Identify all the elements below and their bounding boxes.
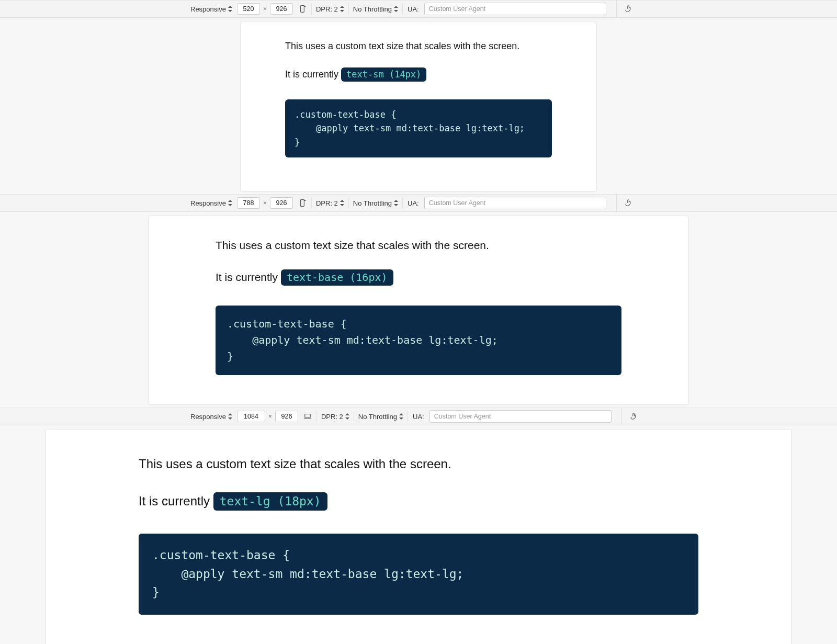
chevron-updown-icon: [340, 200, 344, 206]
toolbar-separator: [354, 411, 354, 422]
dpr-select[interactable]: DPR: 2: [319, 413, 352, 421]
intro-text: This uses a custom text size that scales…: [285, 41, 552, 52]
code-block: .custom-text-base { @apply text-sm md:te…: [139, 534, 698, 615]
viewport-width-input[interactable]: [237, 3, 260, 15]
current-size-prefix: It is currently: [285, 69, 341, 80]
dpr-label: DPR: 2: [321, 413, 343, 421]
dimension-separator: ×: [268, 413, 272, 420]
viewport-width-input[interactable]: [237, 411, 265, 422]
device-mode-select[interactable]: Responsive: [188, 199, 234, 207]
devtools-toolbar: Responsive × DPR: 2 No Throttling UA:: [0, 194, 837, 212]
devtools-toolbar: Responsive × DPR: 2 No Throttling UA:: [0, 0, 837, 18]
page-preview: This uses a custom text size that scales…: [241, 22, 596, 191]
toolbar-separator: [348, 3, 349, 15]
page-preview: This uses a custom text size that scales…: [46, 430, 791, 644]
phone-rotate-icon: [298, 4, 307, 14]
dpr-label: DPR: 2: [316, 199, 338, 207]
toolbar-separator: [348, 197, 349, 209]
current-size-prefix: It is currently: [216, 271, 281, 283]
chevron-updown-icon: [394, 200, 398, 206]
user-agent-input[interactable]: [424, 3, 606, 15]
throttling-label: No Throttling: [353, 199, 392, 207]
user-agent-input[interactable]: [429, 410, 612, 423]
size-badge: text-lg (18px): [213, 492, 327, 511]
toolbar-separator: [311, 3, 312, 15]
code-block: .custom-text-base { @apply text-sm md:te…: [216, 306, 621, 375]
chevron-updown-icon: [228, 200, 232, 206]
viewport-width-input[interactable]: [237, 197, 260, 209]
current-size-prefix: It is currently: [139, 494, 213, 508]
toolbar-separator: [616, 194, 617, 212]
dpr-select[interactable]: DPR: 2: [314, 5, 346, 13]
chevron-updown-icon: [340, 6, 344, 12]
rotate-device-button[interactable]: [296, 196, 309, 210]
ua-label: UA:: [408, 199, 419, 207]
device-mode-label: Responsive: [190, 5, 226, 13]
viewport-height-input[interactable]: [275, 411, 298, 422]
toolbar-separator: [408, 411, 408, 422]
dimension-separator: ×: [263, 5, 267, 13]
laptop-icon: [303, 412, 312, 421]
ua-label: UA:: [413, 413, 424, 421]
throttling-label: No Throttling: [358, 413, 397, 421]
phone-rotate-icon: [298, 198, 307, 208]
chevron-updown-icon: [228, 6, 232, 12]
ua-label: UA:: [408, 5, 419, 13]
toolbar-separator: [616, 0, 617, 18]
page-preview: This uses a custom text size that scales…: [149, 216, 688, 404]
device-mode-select[interactable]: Responsive: [188, 5, 234, 13]
dpr-select[interactable]: DPR: 2: [314, 199, 346, 207]
user-agent-input[interactable]: [424, 197, 606, 209]
size-badge: text-base (16px): [281, 269, 393, 286]
svg-rect-2: [305, 414, 311, 418]
svg-rect-0: [301, 6, 304, 13]
chevron-updown-icon: [228, 413, 232, 420]
svg-rect-1: [301, 200, 304, 207]
viewport-height-input[interactable]: [270, 3, 293, 15]
touch-simulation-button[interactable]: [622, 196, 636, 210]
rotate-device-button[interactable]: [296, 2, 309, 16]
size-badge: text-sm (14px): [341, 67, 426, 82]
intro-text: This uses a custom text size that scales…: [216, 239, 621, 252]
touch-simulation-button[interactable]: [627, 410, 641, 423]
toolbar-separator: [316, 411, 317, 422]
intro-text: This uses a custom text size that scales…: [139, 457, 698, 471]
current-size-line: It is currently text-sm (14px): [285, 67, 552, 82]
chevron-updown-icon: [394, 6, 398, 12]
devtools-toolbar: Responsive × DPR: 2 No Throttling UA:: [0, 408, 837, 425]
device-mode-label: Responsive: [190, 413, 226, 421]
throttling-select[interactable]: No Throttling: [351, 5, 400, 13]
touch-icon: [624, 198, 634, 208]
rotate-device-button[interactable]: [301, 410, 314, 423]
chevron-updown-icon: [345, 413, 349, 420]
touch-icon: [629, 412, 639, 421]
current-size-line: It is currently text-base (16px): [216, 269, 621, 286]
dimension-separator: ×: [263, 199, 267, 207]
device-mode-label: Responsive: [190, 199, 226, 207]
toolbar-separator: [402, 3, 403, 15]
device-mode-select[interactable]: Responsive: [188, 413, 234, 421]
toolbar-separator: [402, 197, 403, 209]
chevron-updown-icon: [399, 413, 403, 420]
touch-simulation-button[interactable]: [622, 2, 636, 16]
throttling-select[interactable]: No Throttling: [356, 413, 405, 421]
touch-icon: [624, 4, 634, 14]
toolbar-separator: [621, 408, 622, 425]
viewport-height-input[interactable]: [270, 197, 293, 209]
dpr-label: DPR: 2: [316, 5, 338, 13]
throttling-label: No Throttling: [353, 5, 392, 13]
code-block: .custom-text-base { @apply text-sm md:te…: [285, 99, 552, 157]
toolbar-separator: [311, 197, 312, 209]
current-size-line: It is currently text-lg (18px): [139, 492, 698, 511]
throttling-select[interactable]: No Throttling: [351, 199, 400, 207]
